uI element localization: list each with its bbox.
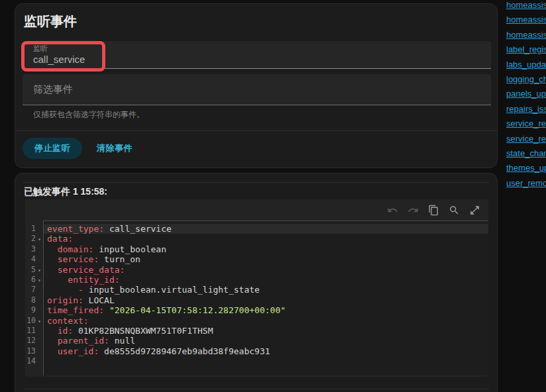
copy-icon[interactable]	[428, 205, 439, 216]
code-line[interactable]: event_type: call_service	[44, 224, 488, 234]
gutter-row: 1	[25, 224, 43, 234]
undo-icon[interactable]	[387, 205, 398, 216]
code-token-key: time_fired:	[47, 305, 104, 315]
event-type-link[interactable]: user_remov	[506, 179, 546, 187]
fold-caret-icon[interactable]: ▾	[36, 265, 43, 275]
code-token-str: "2026-04-15T07:58:12.282700+00:00"	[109, 305, 286, 315]
editor-toolbar	[25, 199, 488, 220]
filter-events-input[interactable]: 筛选事件	[23, 74, 491, 105]
line-number: 4	[25, 254, 36, 264]
fold-caret-placeholder	[36, 305, 43, 315]
code-token-plain	[47, 244, 58, 254]
line-number: 9	[25, 305, 36, 315]
code-token-key: user_id:	[58, 346, 99, 356]
fold-caret-placeholder	[36, 326, 43, 336]
event-type-link[interactable]: logging_cha	[506, 75, 546, 83]
gutter-row: 4	[25, 254, 43, 264]
line-number: 10	[25, 316, 36, 326]
fold-caret-icon[interactable]: ▾	[36, 234, 43, 244]
clear-events-button[interactable]: 清除事件	[89, 138, 140, 159]
developer-tools-events-page: { "listen_card": { "title": "监听事件", "eve…	[0, 0, 546, 392]
code-line[interactable]: id: 01KP82BNSNQBXWM751T0F1THSM	[44, 326, 488, 336]
code-line[interactable]: user_id: de8555d97289467eb9abd38f9eabc93…	[44, 346, 488, 356]
code-token-key: event_type:	[47, 224, 104, 234]
event-type-link[interactable]: homeassist	[506, 15, 546, 24]
fold-caret-placeholder	[36, 295, 43, 305]
line-number-gutter: 12▾345▾6▾78910▾11121314	[25, 220, 43, 375]
line-number: 7	[25, 285, 36, 295]
code-token-plain: turn_on	[99, 254, 140, 264]
gutter-row: 14	[25, 356, 43, 366]
code-line[interactable]: parent_id: null	[44, 336, 488, 346]
fired-events-header: 已触发事件 1 15:58:	[24, 186, 107, 198]
line-number: 6	[25, 275, 36, 285]
code-token-plain: de8555d97289467eb9abd38f9eabc931	[99, 346, 270, 356]
code-line[interactable]: service_data:	[44, 265, 488, 275]
line-number: 2	[25, 234, 36, 244]
event-type-link[interactable]: service_rem	[506, 134, 546, 143]
line-number: 14	[25, 356, 36, 366]
code-token-key: -	[78, 285, 89, 295]
line-number: 8	[25, 295, 36, 305]
fold-caret-placeholder	[36, 285, 43, 295]
redo-icon[interactable]	[408, 205, 419, 216]
event-type-link[interactable]: service_regi	[506, 119, 546, 128]
stop-listening-button[interactable]: 停止监听	[23, 138, 82, 159]
code-token-plain	[47, 346, 58, 356]
fold-caret-placeholder	[36, 356, 43, 366]
event-type-link[interactable]: state_chang	[506, 149, 546, 158]
code-token-plain	[47, 326, 58, 336]
code-token-key: entity_id:	[68, 275, 119, 285]
code-line[interactable]: time_fired: "2026-04-15T07:58:12.282700+…	[44, 305, 488, 315]
code-line[interactable]: context:	[44, 316, 488, 326]
code-token-plain	[47, 254, 58, 264]
code-token-plain: input_boolean.virtual_light_state	[89, 285, 260, 295]
fullscreen-icon[interactable]	[469, 205, 480, 216]
code-token-plain: LOCAL	[83, 295, 115, 305]
event-type-link[interactable]: panels_upda	[506, 89, 546, 98]
line-number: 1	[25, 224, 36, 234]
event-type-link[interactable]: homeassist	[506, 1, 546, 9]
event-type-link[interactable]: repairs_issu	[506, 105, 546, 113]
line-number: 12	[25, 336, 36, 346]
gutter-row: 11	[25, 326, 43, 336]
code-line[interactable]: domain: input_boolean	[44, 244, 488, 254]
code-content[interactable]: event_type: call_servicedata: domain: in…	[43, 220, 488, 375]
code-line[interactable]: data:	[44, 234, 488, 244]
code-line[interactable]: entity_id:	[44, 275, 488, 285]
code-line[interactable]	[44, 356, 488, 366]
gutter-row: 10▾	[25, 316, 43, 326]
event-type-input-label: 监听	[33, 44, 48, 54]
event-type-input[interactable]: 监听 call_service	[23, 41, 491, 69]
gutter-row: 12	[25, 336, 43, 346]
event-type-link[interactable]: label_registr	[506, 45, 546, 54]
fold-caret-placeholder	[36, 346, 43, 356]
line-number: 3	[25, 244, 36, 254]
search-icon[interactable]	[449, 205, 460, 216]
event-type-link[interactable]: themes_upd	[506, 164, 546, 172]
code-line[interactable]: service: turn_on	[44, 254, 488, 264]
line-number: 13	[25, 346, 36, 356]
gutter-row: 2▾	[25, 234, 43, 244]
gutter-row: 7	[25, 285, 43, 295]
code-token-plain: 01KP82BNSNQBXWM751T0F1THSM	[73, 326, 213, 336]
event-type-link[interactable]: homeassist	[506, 30, 546, 39]
gutter-row: 9	[25, 305, 43, 315]
line-number: 11	[25, 326, 36, 336]
gutter-row: 5▾	[25, 265, 43, 275]
fold-caret-icon[interactable]: ▾	[36, 316, 43, 326]
fold-caret-icon[interactable]: ▾	[36, 275, 43, 285]
yaml-code-editor[interactable]: 12▾345▾6▾78910▾11121314 event_type: call…	[25, 199, 488, 377]
code-token-plain	[47, 265, 58, 275]
listen-events-card: 监听事件 监听 call_service 筛选事件 仅捕获包含筛选字符串的事件。…	[15, 3, 498, 168]
code-line[interactable]: - input_boolean.virtual_light_state	[44, 285, 488, 295]
line-number: 5	[25, 265, 36, 275]
editor-bottom-divider	[23, 389, 489, 389]
code-token-key: domain:	[58, 244, 94, 254]
event-type-input-value: call_service	[33, 54, 85, 65]
code-line[interactable]: origin: LOCAL	[44, 295, 488, 305]
code-token-plain	[104, 305, 109, 315]
code-token-key: data:	[47, 234, 73, 244]
event-type-link[interactable]: labs_update	[506, 60, 546, 69]
code-token-plain	[47, 336, 58, 346]
